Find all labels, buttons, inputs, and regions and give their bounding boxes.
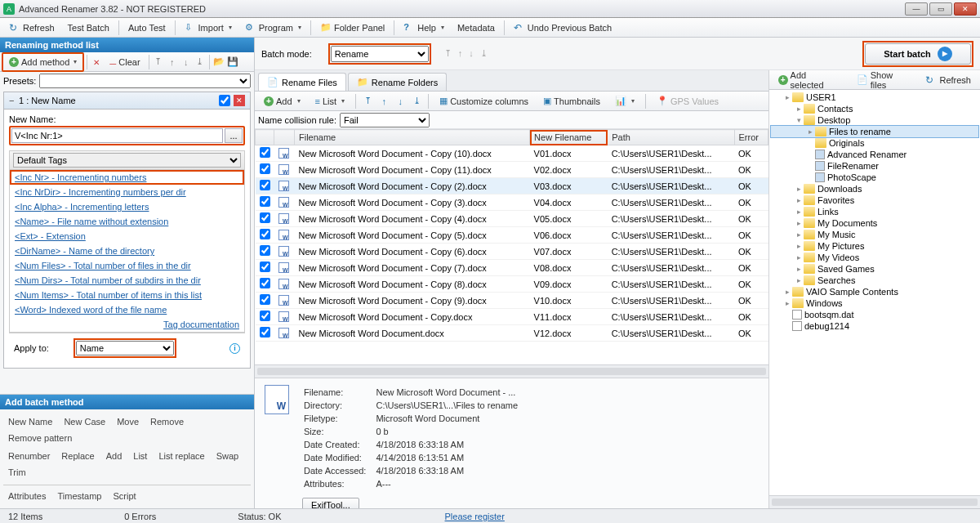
tag-picker-button[interactable]: ... (225, 128, 243, 143)
table-row[interactable]: New Microsoft Word Document - Copy (9).d… (256, 293, 768, 309)
gps-values-button[interactable]: 📍GPS Values (651, 93, 724, 110)
table-row[interactable]: New Microsoft Word Document - Copy (3).d… (256, 194, 768, 211)
tag-item[interactable]: <DirName> - Name of the directory (10, 244, 244, 258)
batch-method-link[interactable]: List replace (154, 449, 209, 463)
tag-item[interactable]: <Inc NrDir> - Incrementing numbers per d… (10, 185, 244, 199)
collision-select[interactable]: Fail (340, 113, 430, 127)
tree-expand-icon[interactable]: ▸ (794, 276, 804, 284)
tree-item[interactable]: ▸My Pictures (771, 240, 978, 252)
tree-item[interactable]: ▸Downloads (771, 183, 978, 194)
table-row[interactable]: New Microsoft Word Document - Copy (4).d… (256, 211, 768, 227)
batch-method-link[interactable]: Add (101, 449, 127, 463)
table-row[interactable]: New Microsoft Word Document - Copy (10).… (256, 145, 768, 162)
tag-documentation-link[interactable]: Tag documentation (10, 317, 244, 332)
list-dropdown[interactable]: ≡List (310, 93, 351, 110)
tag-item[interactable]: <Num Items> - Total number of items in t… (10, 288, 244, 302)
start-batch-button[interactable]: Start batch ▶ (865, 43, 971, 65)
table-row[interactable]: New Microsoft Word Document - Copy.docxV… (256, 309, 768, 325)
table-row[interactable]: New Microsoft Word Document - Copy (6).d… (256, 244, 768, 260)
table-row[interactable]: New Microsoft Word Document - Copy (11).… (256, 162, 768, 178)
move-top-icon[interactable]: ⤒ (152, 55, 165, 69)
table-row[interactable]: New Microsoft Word Document - Copy (8).d… (256, 276, 768, 293)
folder-tree[interactable]: ▸USER1▸Contacts▾Desktop▸Files to renameO… (769, 90, 980, 495)
tree-item[interactable]: ▸Favorites (771, 194, 978, 206)
undo-button[interactable]: Undo Previous Batch (508, 20, 617, 36)
tree-expand-icon[interactable]: ▸ (782, 299, 792, 307)
table-row[interactable]: New Microsoft Word Document - Copy (2).d… (256, 178, 768, 194)
auto-test-button[interactable]: Auto Test (122, 20, 172, 36)
refresh-button[interactable]: Refresh (3, 20, 60, 36)
tag-item[interactable]: <Ext> - Extension (10, 229, 244, 244)
tree-item[interactable]: ▸Files to rename (771, 126, 978, 137)
chart-dropdown[interactable]: 📊 (609, 93, 640, 110)
row-checkbox[interactable] (260, 147, 270, 158)
thumbnails-button[interactable]: ▣Thumbnails (537, 93, 606, 110)
tag-item[interactable]: <Num Dirs> - Total number of subdirs in … (10, 273, 244, 288)
col-filename[interactable]: Filename (295, 130, 530, 145)
maximize-button[interactable]: ▭ (929, 2, 952, 16)
tree-expand-icon[interactable]: ▸ (794, 265, 804, 273)
batch-method-link[interactable]: Script (108, 489, 140, 503)
method-close-button[interactable]: ✕ (234, 95, 245, 106)
mv-up-icon[interactable]: ↑ (377, 94, 390, 109)
row-checkbox[interactable] (260, 229, 270, 239)
add-files-dropdown[interactable]: +Add (258, 93, 306, 110)
minimize-button[interactable]: — (905, 2, 928, 16)
move-bottom-icon[interactable]: ⤓ (194, 55, 207, 69)
tree-item[interactable]: ▸My Videos (771, 252, 978, 263)
add-method-button[interactable]: +Add method▾ (3, 54, 82, 70)
program-dropdown[interactable]: Program (239, 20, 307, 36)
batch-method-link[interactable]: Move (112, 414, 144, 429)
tree-item[interactable]: Originals (771, 137, 978, 149)
row-checkbox[interactable] (260, 311, 270, 321)
tree-item[interactable]: ▸VAIO Sample Contents (771, 286, 978, 297)
folder-panel-button[interactable]: Folder Panel (314, 20, 390, 36)
tag-item[interactable]: <Inc Alpha> - Incrementing letters (10, 199, 244, 214)
col-error[interactable]: Error (734, 130, 768, 145)
exiftool-button[interactable]: ExifTool... (302, 498, 359, 508)
table-row[interactable]: New Microsoft Word Document - Copy (5).d… (256, 227, 768, 244)
tag-item[interactable]: <Word> Indexed word of the file name (10, 302, 244, 317)
tree-expand-icon[interactable]: ▸ (794, 219, 804, 227)
tree-expand-icon[interactable]: ▾ (794, 116, 804, 124)
tag-item[interactable]: <Num Files> - Total number of files in t… (10, 258, 244, 273)
sort-bottom-icon[interactable]: ⤓ (480, 48, 488, 59)
row-checkbox[interactable] (260, 278, 270, 288)
tree-item[interactable]: ▸Searches (771, 275, 978, 286)
row-checkbox[interactable] (260, 180, 270, 190)
batch-method-link[interactable]: Swap (212, 449, 244, 463)
tree-expand-icon[interactable]: ▸ (805, 127, 815, 136)
show-files-button[interactable]: 📄Show files (851, 72, 915, 88)
move-down-icon[interactable]: ↓ (180, 55, 193, 69)
tree-item[interactable]: debug1214 (771, 320, 978, 332)
row-checkbox[interactable] (260, 294, 270, 305)
collapse-icon[interactable]: − (9, 96, 19, 105)
batch-method-link[interactable]: Renumber (3, 449, 55, 463)
test-batch-button[interactable]: Test Batch (62, 20, 115, 36)
apply-to-select[interactable]: Name (76, 341, 174, 355)
tree-item[interactable]: ▸Windows (771, 297, 978, 309)
tree-item[interactable]: ▾Desktop (771, 114, 978, 126)
row-checkbox[interactable] (260, 262, 270, 272)
mv-down-icon[interactable]: ↓ (394, 94, 407, 109)
tree-item[interactable]: FileRenamer (771, 160, 978, 172)
customize-columns-button[interactable]: ▦Customize columns (434, 93, 534, 110)
row-checkbox[interactable] (260, 245, 270, 256)
delete-icon[interactable] (90, 55, 103, 69)
tree-item[interactable]: ▸Links (771, 206, 978, 217)
row-checkbox[interactable] (260, 163, 270, 174)
file-grid[interactable]: Filename New Filename Path Error New Mic… (255, 129, 768, 364)
tree-expand-icon[interactable]: ▸ (794, 196, 804, 204)
row-checkbox[interactable] (260, 212, 270, 223)
add-selected-button[interactable]: +Add selected (773, 72, 846, 88)
batch-mode-select[interactable]: Rename (331, 46, 429, 62)
batch-method-link[interactable]: New Case (59, 414, 110, 429)
batch-method-link[interactable]: List (128, 449, 152, 463)
method-enabled-checkbox[interactable] (219, 95, 230, 106)
sort-up-icon[interactable]: ↑ (458, 48, 463, 59)
horizontal-scrollbar[interactable] (255, 364, 768, 378)
tree-expand-icon[interactable]: ▸ (782, 93, 792, 101)
sort-down-icon[interactable]: ↓ (469, 48, 474, 59)
row-checkbox[interactable] (260, 196, 270, 207)
batch-method-link[interactable]: Remove pattern (3, 431, 77, 445)
